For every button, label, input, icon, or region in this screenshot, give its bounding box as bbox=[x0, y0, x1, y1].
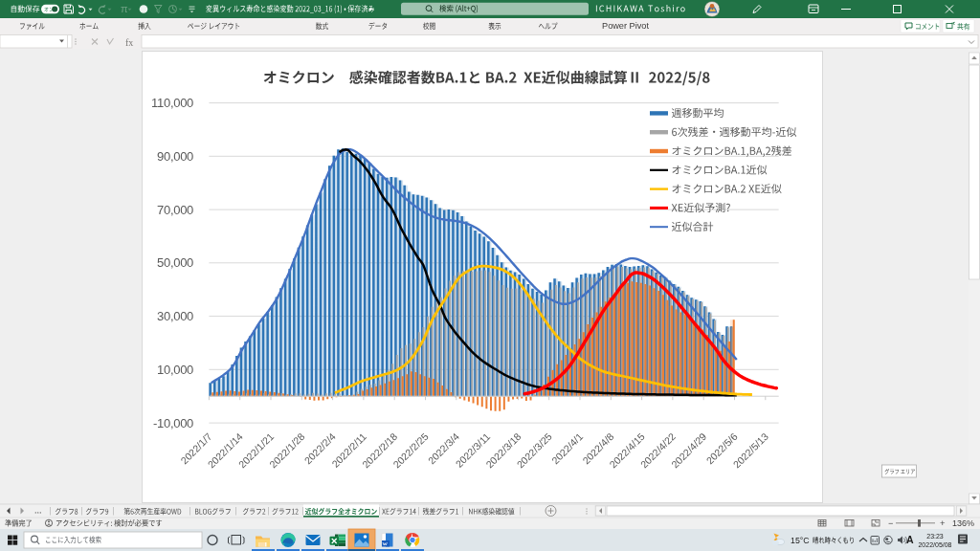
svg-text:+: + bbox=[940, 518, 946, 528]
svg-text:136%: 136% bbox=[952, 518, 974, 528]
svg-text:−: − bbox=[888, 518, 893, 528]
svg-text:-10,000: -10,000 bbox=[153, 416, 193, 430]
svg-text:fx: fx bbox=[125, 37, 133, 48]
svg-text:A: A bbox=[906, 534, 914, 545]
svg-text:70,000: 70,000 bbox=[157, 203, 193, 217]
svg-text:23:23: 23:23 bbox=[926, 533, 944, 540]
svg-text:90,000: 90,000 bbox=[157, 149, 193, 164]
svg-text:2022/05/08: 2022/05/08 bbox=[918, 541, 951, 548]
svg-text:15°C: 15°C bbox=[791, 536, 810, 545]
svg-text:110,000: 110,000 bbox=[151, 96, 193, 110]
svg-text:10,000: 10,000 bbox=[157, 363, 193, 377]
svg-text:50,000: 50,000 bbox=[157, 255, 193, 270]
svg-text:30,000: 30,000 bbox=[157, 309, 193, 323]
svg-text:π: π bbox=[121, 3, 128, 14]
svg-text:Power Pivot: Power Pivot bbox=[602, 21, 649, 31]
